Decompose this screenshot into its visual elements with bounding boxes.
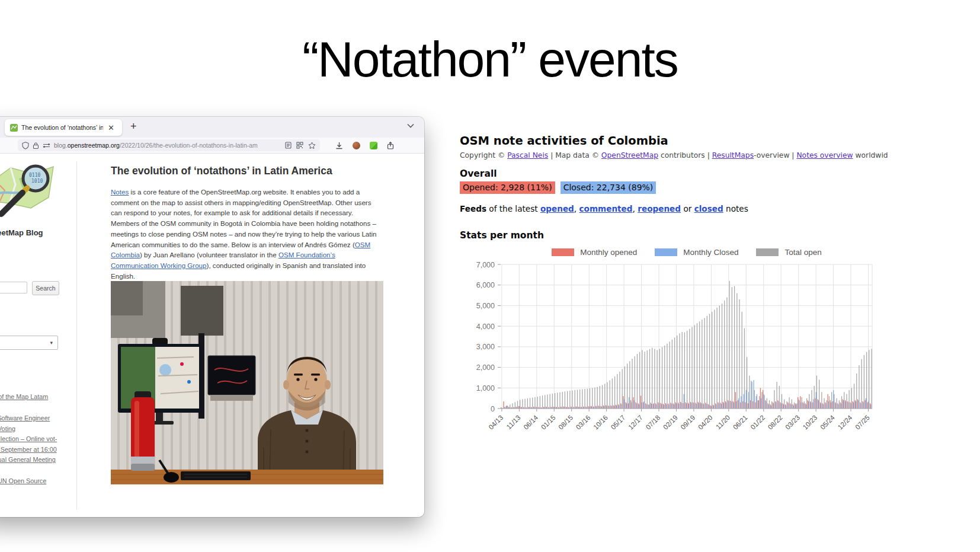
extension-icon[interactable] — [370, 142, 377, 149]
feeds-line: Feeds of the latest opened, commented, r… — [460, 204, 748, 213]
sidebar-link[interactable]: ap at UN Open Source — [0, 476, 57, 487]
category-dropdown[interactable]: ▾ — [0, 336, 58, 350]
shield-icon[interactable] — [22, 142, 29, 149]
inline-link[interactable]: reopened — [638, 204, 681, 213]
browser-window: The evolution of ‘notathons’ in L ✕ + bl… — [0, 117, 424, 517]
text-run: | Map data © — [548, 151, 601, 159]
permissions-icon[interactable] — [43, 142, 50, 149]
search-input[interactable] — [0, 282, 27, 293]
url-text: blog.openstreetmap.org/2022/10/26/the-ev… — [54, 142, 281, 149]
inline-link[interactable]: closed — [694, 204, 723, 213]
article-paragraph: Notes is a core feature of the OpenStree… — [111, 187, 383, 281]
opened-badge: Opened: 2,928 (11%) — [460, 181, 555, 194]
sidebar-link[interactable]: Core Software Engineer — [0, 413, 57, 424]
browser-tab[interactable]: The evolution of ‘notathons’ in L ✕ — [5, 119, 122, 136]
text-run: -overview | — [754, 151, 796, 159]
copyright-line: Copyright © Pascal Neis | Map data © Ope… — [460, 151, 896, 159]
stats-heading: Stats per month — [460, 230, 544, 241]
panel-heading: OSM note activities of Colombia — [460, 134, 668, 148]
text-run: , — [574, 204, 579, 213]
osm-logo: 0110 1010 — [0, 161, 58, 218]
svg-text:7,000: 7,000 — [476, 261, 495, 269]
text-run: worldwid — [853, 151, 888, 159]
svg-text:3,000: 3,000 — [476, 343, 495, 351]
inline-link[interactable]: Notes — [111, 188, 129, 196]
svg-text:09/19: 09/19 — [679, 414, 696, 431]
svg-text:10/23: 10/23 — [802, 414, 819, 431]
svg-text:12/17: 12/17 — [627, 414, 644, 431]
svg-text:06/21: 06/21 — [732, 414, 749, 431]
svg-text:03/23: 03/23 — [784, 414, 801, 431]
reader-view-icon[interactable] — [285, 142, 292, 149]
svg-text:1010: 1010 — [31, 178, 43, 184]
interview-photo — [111, 281, 383, 484]
sidebar-link[interactable]: ce — [0, 465, 57, 476]
tab-list-chevron-icon[interactable] — [406, 123, 415, 129]
inline-link[interactable]: Notes overview — [796, 151, 853, 159]
svg-text:06/14: 06/14 — [522, 414, 539, 431]
svg-text:08/22: 08/22 — [767, 414, 784, 431]
closed-badge: Closed: 22,734 (89%) — [561, 181, 656, 194]
sidebar-link[interactable]: ntil 13 September at 16:00 — [0, 445, 57, 455]
stats-chart: 01,0002,0003,0004,0005,0006,0007,00004/1… — [456, 249, 898, 457]
tab-title: The evolution of ‘notathons’ in L — [21, 124, 103, 131]
svg-text:04/20: 04/20 — [697, 414, 714, 431]
search-button[interactable]: Search — [32, 281, 59, 295]
url-bar[interactable]: blog.openstreetmap.org/2022/10/26/the-ev… — [18, 139, 320, 151]
download-icon[interactable] — [335, 142, 343, 149]
account-avatar-icon[interactable] — [353, 142, 360, 149]
text-run: or — [681, 204, 694, 213]
svg-text:2,000: 2,000 — [476, 363, 495, 372]
svg-text:0: 0 — [491, 405, 495, 413]
svg-text:5,000: 5,000 — [476, 302, 495, 310]
svg-text:07/25: 07/25 — [854, 414, 871, 431]
url-path: /2022/10/26/the-evolution-of-notathons-i… — [120, 142, 258, 149]
text-run: of the latest — [486, 204, 540, 213]
svg-text:11/13: 11/13 — [505, 414, 522, 430]
svg-text:01/22: 01/22 — [749, 414, 766, 431]
blog-site-title: enStreetMap Blog — [0, 228, 43, 237]
sidebar-link[interactable]: e Annual General Meeting — [0, 455, 57, 465]
overall-heading: Overall — [460, 168, 497, 179]
inline-link[interactable]: opened — [540, 204, 574, 213]
url-domain: openstreetmap.org — [68, 142, 120, 149]
text-run: notes — [723, 204, 748, 213]
new-tab-button[interactable]: + — [130, 120, 137, 133]
inline-link[interactable]: OpenStreetMap — [601, 151, 658, 159]
qr-code-icon[interactable] — [296, 142, 303, 149]
svg-text:0110: 0110 — [29, 173, 40, 178]
sidebar-link[interactable]: 2025 Voting — [0, 424, 57, 435]
lock-icon[interactable] — [33, 142, 39, 149]
svg-text:6,000: 6,000 — [476, 281, 495, 289]
svg-text:12/24: 12/24 — [837, 414, 854, 431]
share-icon[interactable] — [387, 142, 394, 149]
svg-text:05/24: 05/24 — [819, 414, 836, 431]
svg-text:04/13: 04/13 — [487, 414, 504, 431]
tab-close-icon[interactable]: ✕ — [108, 123, 114, 132]
browser-tab-bar: The evolution of ‘notathons’ in L ✕ + — [0, 117, 424, 138]
blog-page: 0110 1010 enStreetMap Blog e via RSS Sea… — [0, 154, 424, 517]
inline-link[interactable]: Pascal Neis — [507, 151, 548, 159]
svg-text:4,000: 4,000 — [476, 323, 495, 331]
dropdown-arrow-icon: ▾ — [50, 340, 53, 346]
slide-title: “Notathon” events — [0, 31, 980, 88]
sidebar-divider — [76, 162, 77, 510]
sidebar-link[interactable]: oard Election – Online vot- — [0, 434, 57, 445]
tab-favicon-icon — [10, 124, 18, 132]
sidebar-link[interactable]: State of the Map Latam — [0, 392, 48, 403]
sidebar-links: Core Software Engineer2025 Votingoard El… — [0, 413, 57, 486]
svg-text:01/15: 01/15 — [540, 414, 557, 431]
sidebar-links-top: State of the Map Latam — [0, 392, 48, 403]
inline-link[interactable]: commented — [579, 204, 633, 213]
text-run: , — [633, 204, 638, 213]
bold-text: Feeds — [460, 204, 486, 213]
svg-text:02/19: 02/19 — [662, 414, 679, 431]
browser-toolbar: blog.openstreetmap.org/2022/10/26/the-ev… — [0, 138, 424, 154]
text-run: Copyright © — [460, 151, 507, 159]
toolbar-action-icons — [335, 142, 394, 149]
svg-text:07/18: 07/18 — [645, 414, 662, 431]
inline-link[interactable]: ResultMaps — [712, 151, 754, 159]
svg-text:10/16: 10/16 — [592, 414, 609, 431]
bookmark-star-icon[interactable] — [308, 142, 316, 149]
overall-badges: Opened: 2,928 (11%) Closed: 22,734 (89%) — [460, 181, 656, 194]
